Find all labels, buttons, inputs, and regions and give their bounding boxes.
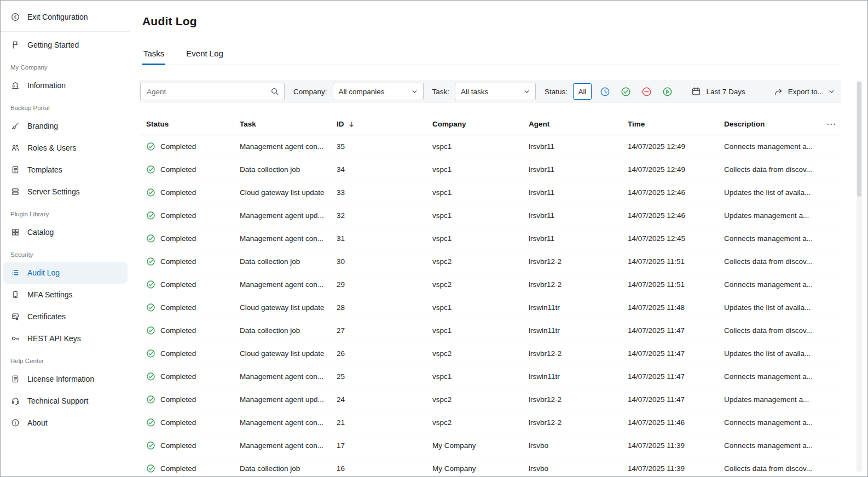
status-cell: Completed [139, 319, 235, 342]
id-cell: 17 [332, 434, 428, 457]
description-cell: Updates the list of availa... [720, 296, 821, 319]
status-filter-cancelled-button[interactable] [639, 84, 654, 99]
time-cell: 14/07/2025 11:46 [623, 411, 720, 434]
completed-icon [146, 326, 155, 335]
tab-event-log[interactable]: Event Log [185, 44, 224, 65]
app-window: Exit Configuration Getting StartedMy Com… [0, 0, 868, 477]
scrollbar-thumb[interactable] [857, 82, 861, 197]
row-menu-cell [821, 388, 841, 411]
agent-cell: lrsvbr11 [524, 135, 623, 158]
status-cell: Completed [139, 434, 235, 457]
table-row[interactable]: CompletedManagement agent upd...24vspc2l… [139, 388, 841, 411]
sidebar-item-roles-users[interactable]: Roles & Users [1, 137, 130, 159]
table-row[interactable]: CompletedManagement agent con...17My Com… [139, 434, 841, 457]
tab-tasks[interactable]: Tasks [142, 44, 165, 65]
status-text: Completed [160, 257, 196, 266]
status-cell: Completed [139, 365, 235, 388]
table-row[interactable]: CompletedData collection job16My Company… [139, 457, 841, 477]
company-cell: My Company [428, 457, 524, 477]
sidebar-item-catalog[interactable]: Catalog [1, 221, 130, 243]
task-select[interactable]: All tasks [455, 83, 536, 100]
status-filter-completed-button[interactable] [618, 84, 633, 99]
status-filter-pending-button[interactable] [597, 84, 612, 99]
completed-icon [146, 372, 155, 381]
sidebar-item-about[interactable]: About [1, 412, 130, 434]
filter-toolbar: Company: All companies Task: All tasks S… [139, 80, 841, 103]
sidebar-item-audit-log[interactable]: Audit Log [3, 262, 128, 284]
row-menu-cell [821, 342, 841, 365]
agent-cell: lrswin11tr [524, 365, 623, 388]
sidebar-item-server-settings[interactable]: Server Settings [1, 181, 130, 203]
column-header-id[interactable]: ID [332, 113, 428, 135]
table-row[interactable]: CompletedCloud gateway list update33vspc… [139, 181, 841, 204]
sidebar-item-technical-support[interactable]: Technical Support [1, 390, 130, 412]
id-cell: 27 [332, 319, 428, 342]
row-menu-cell [821, 204, 841, 227]
users-icon [10, 143, 20, 153]
table-row[interactable]: CompletedCloud gateway list update26vspc… [139, 342, 841, 365]
column-header-agent[interactable]: Agent [524, 113, 623, 135]
search-icon[interactable] [270, 87, 279, 96]
table-row[interactable]: CompletedManagement agent con...31vspc1l… [139, 227, 841, 250]
table-row[interactable]: CompletedData collection job30vspc2lrsvb… [139, 250, 841, 273]
table-row[interactable]: CompletedManagement agent con...21vspc2l… [139, 411, 841, 434]
status-filter-running-button[interactable] [659, 84, 675, 99]
time-cell: 14/07/2025 11:39 [623, 457, 720, 477]
task-cell: Management agent con... [235, 434, 332, 457]
completed-icon [146, 234, 155, 243]
table-row[interactable]: CompletedManagement agent con...35vspc1l… [139, 135, 841, 158]
table-row[interactable]: CompletedManagement agent con...29vspc2l… [139, 273, 841, 296]
description-cell: Connects management a... [720, 434, 821, 457]
status-text: Completed [160, 418, 196, 427]
agent-cell: lrswin11tr [524, 319, 623, 342]
table-row[interactable]: CompletedData collection job34vspc1lrsvb… [139, 158, 841, 181]
company-information-icon [10, 81, 20, 90]
table-row[interactable]: CompletedData collection job27vspc1lrswi… [139, 319, 841, 342]
status-text: Completed [160, 441, 196, 450]
task-cell: Data collection job [235, 250, 332, 273]
time-cell: 14/07/2025 11:51 [623, 273, 720, 296]
sidebar-item-branding[interactable]: Branding [1, 115, 130, 137]
company-filter-label: Company: [293, 88, 327, 96]
vertical-scrollbar[interactable] [857, 81, 862, 472]
table-row[interactable]: CompletedManagement agent con...25vspc1l… [139, 365, 841, 388]
status-filter-label: Status: [545, 88, 568, 96]
sidebar-exit-configuration[interactable]: Exit Configuration [1, 5, 130, 29]
sidebar-item-license-information[interactable]: License Information [1, 368, 130, 390]
task-cell: Cloud gateway list update [235, 296, 332, 319]
column-header-task[interactable]: Task [235, 113, 332, 135]
column-header-status[interactable]: Status [139, 113, 235, 135]
sidebar-item-certificates[interactable]: Certificates [1, 306, 130, 327]
row-menu-cell [821, 273, 841, 296]
table-row[interactable]: CompletedCloud gateway list update28vspc… [139, 296, 841, 319]
sidebar-item-information[interactable]: Information [1, 74, 130, 96]
completed-icon [146, 257, 155, 266]
column-header-time[interactable]: Time [623, 113, 720, 135]
task-select-value: All tasks [461, 88, 488, 96]
sidebar-item-label: Certificates [27, 312, 66, 321]
status-filter-all-button[interactable]: All [573, 83, 592, 100]
catalog-icon [10, 227, 20, 237]
sidebar-item-getting-started[interactable]: Getting Started [1, 34, 130, 56]
sidebar-item-templates[interactable]: Templates [1, 159, 130, 181]
column-header-company[interactable]: Company [428, 113, 524, 135]
column-header-description[interactable]: Description [720, 113, 821, 135]
status-text: Completed [160, 464, 196, 473]
completed-icon [146, 165, 155, 174]
sidebar-item-rest-api-keys[interactable]: REST API Keys [1, 327, 130, 349]
status-text: Completed [160, 188, 196, 197]
column-chooser-button[interactable]: ⋯ [826, 119, 836, 129]
company-select[interactable]: All companies [333, 83, 424, 100]
date-range-button[interactable]: Last 7 Days [691, 87, 745, 96]
table-row[interactable]: CompletedManagement agent upd...32vspc1l… [139, 204, 841, 227]
sidebar-item-mfa-settings[interactable]: MFA Settings [1, 284, 130, 306]
export-button[interactable]: Export to... [774, 87, 835, 96]
status-text: Completed [160, 280, 196, 289]
description-cell: Updates the list of availa... [720, 181, 821, 204]
row-menu-cell [821, 296, 841, 319]
sidebar-item-label: License Information [27, 375, 94, 383]
agent-cell: lrsvbr12-2 [524, 388, 623, 411]
agent-cell: lrsvbr12-2 [524, 250, 623, 273]
agent-search-input[interactable] [146, 87, 270, 96]
agent-cell: lrsvbr11 [524, 181, 623, 204]
